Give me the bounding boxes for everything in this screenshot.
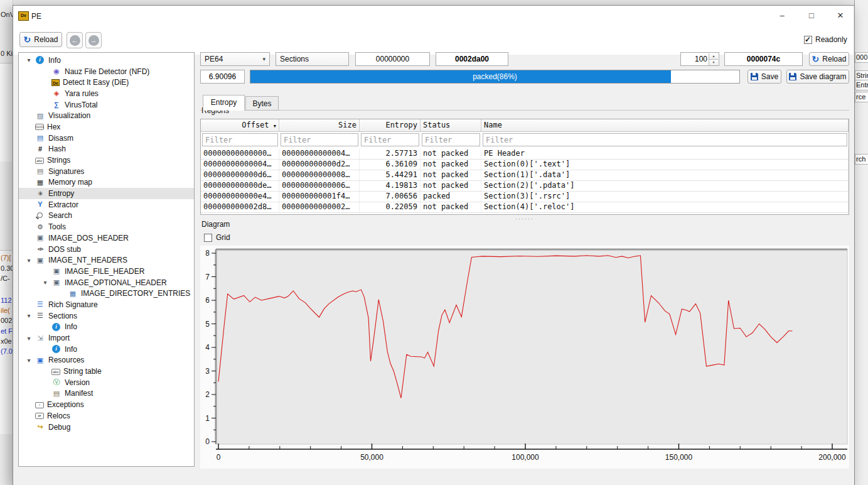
- regions-table[interactable]: Offset ▼SizeEntropyStatusName00000000000…: [200, 119, 849, 215]
- cell-size: 00000000000002…: [279, 202, 360, 212]
- sidebar-item-exceptions[interactable]: !Exceptions: [19, 399, 194, 410]
- filter-input-offset[interactable]: [202, 133, 278, 146]
- total-entropy-field[interactable]: [200, 70, 245, 84]
- size-input[interactable]: [439, 55, 505, 63]
- sidebar-item-visualization[interactable]: ▨Visualization: [19, 110, 194, 121]
- sidebar-item-rich-signature[interactable]: ☰Rich Signature: [19, 299, 194, 310]
- sidebar-item-version[interactable]: ⓥVersion: [19, 377, 194, 388]
- sidebar-item-tools[interactable]: ⚙Tools: [19, 221, 194, 232]
- filter-input-size[interactable]: [281, 133, 358, 146]
- grid-checkbox[interactable]: Grid: [204, 233, 230, 242]
- sidebar-item-info[interactable]: iInfo: [19, 344, 194, 355]
- sidebar-item-memory-map[interactable]: ▦Memory map: [19, 177, 194, 188]
- sidebar-item-strings[interactable]: abcStrings: [19, 155, 194, 166]
- sidebar-item-dos-stub[interactable]: </>DOS stub: [19, 244, 194, 255]
- sidebar-item-resources[interactable]: ▾▣Resources: [19, 355, 194, 366]
- forward-button[interactable]: →: [85, 32, 102, 48]
- count-spinbox[interactable]: ▲ ▼: [680, 52, 719, 66]
- table-row[interactable]: 00000000000004…000000000000d2…6.36109not…: [201, 160, 849, 170]
- cell-name: Section(1)['.data']: [481, 170, 849, 180]
- sidebar-item-image-optional-header[interactable]: ▾▣IMAGE_OPTIONAL_HEADER: [19, 277, 194, 288]
- sidebar-item-sections[interactable]: ▾☰Sections: [19, 310, 194, 322]
- splitter-handle[interactable]: ······: [200, 215, 849, 222]
- sidebar-item-yara-rules[interactable]: ◈Yara rules: [19, 88, 194, 99]
- sidebar-item-image-directory-entries[interactable]: ▦IMAGE_DIRECTORY_ENTRIES: [19, 288, 194, 299]
- readonly-checkbox-box[interactable]: [804, 36, 812, 44]
- sidebar-item-string-table[interactable]: abcString table: [19, 366, 194, 377]
- sidebar-item-hex[interactable]: 0101Hex: [19, 121, 194, 133]
- expand-arrow-icon[interactable]: ▾: [23, 357, 35, 364]
- column-header-entropy[interactable]: Entropy: [360, 119, 421, 131]
- offset-input[interactable]: [358, 55, 427, 63]
- filter-input-name[interactable]: [483, 133, 847, 146]
- sidebar-item-info[interactable]: ▾iInfo: [19, 55, 194, 66]
- svg-text:200,000: 200,000: [818, 453, 846, 462]
- reload-button[interactable]: ↻ Reload: [19, 32, 62, 47]
- sidebar-item-import[interactable]: ▾⇲Import: [19, 332, 194, 344]
- cell-offset: 000000000002d8…: [201, 202, 279, 212]
- count-input[interactable]: [683, 55, 707, 63]
- total-entropy-input[interactable]: [203, 72, 242, 81]
- readonly-checkbox[interactable]: Readonly: [804, 35, 847, 44]
- sidebar-item-image-dos-header[interactable]: ▣IMAGE_DOS_HEADER: [19, 232, 194, 244]
- maximize-button[interactable]: □: [798, 6, 825, 26]
- sidebar-item-relocs[interactable]: ⇄Relocs: [19, 410, 194, 422]
- scope-combo[interactable]: Sections: [276, 52, 349, 66]
- search-icon: [35, 212, 45, 220]
- sidebar-item-detect-it-easy-die[interactable]: DeDetect It Easy (DiE): [19, 77, 194, 88]
- sidebar-item-info[interactable]: iInfo: [19, 322, 194, 333]
- filter-input-status[interactable]: [422, 133, 480, 146]
- chevron-down-icon: ▾: [262, 56, 265, 62]
- save-diagram-icon: [789, 73, 796, 80]
- sidebar-item-hash[interactable]: #Hash: [19, 144, 194, 155]
- spin-down-icon[interactable]: ▼: [709, 60, 718, 65]
- column-header-offset[interactable]: Offset ▼: [201, 119, 279, 131]
- column-header-status[interactable]: Status: [421, 119, 481, 131]
- sidebar-item-extractor[interactable]: YExtractor: [19, 199, 194, 210]
- table-row[interactable]: 000000000002d8…00000000000002…0.22059not…: [201, 202, 849, 213]
- save-button[interactable]: Save: [747, 70, 781, 84]
- sidebar-item-image-file-header[interactable]: ▣IMAGE_FILE_HEADER: [19, 266, 194, 277]
- sidebar-item-label: IMAGE_NT_HEADERS: [48, 256, 127, 264]
- table-row[interactable]: 00000000000000…00000000000004…2.57713not…: [201, 149, 849, 160]
- titlebar[interactable]: De PE – □ ✕: [13, 6, 853, 26]
- sidebar-item-entropy[interactable]: ✳Entropy: [19, 188, 194, 199]
- sidebar-item-nauz-file-detector-nfd[interactable]: ◉Nauz File Detector (NFD): [19, 66, 194, 77]
- expand-arrow-icon[interactable]: ▾: [23, 257, 35, 264]
- sidebar-item-label: Version: [65, 378, 90, 387]
- param-input[interactable]: [727, 55, 800, 63]
- expand-arrow-icon[interactable]: ▾: [39, 279, 51, 286]
- back-icon: ←: [70, 35, 80, 46]
- size-field[interactable]: [436, 52, 508, 66]
- tab-bytes[interactable]: Bytes: [245, 96, 279, 111]
- table-row[interactable]: 000000000000de…00000000000006…4.19813not…: [201, 181, 849, 192]
- spin-up-icon[interactable]: ▲: [709, 53, 718, 60]
- sidebar-item-image-nt-headers[interactable]: ▾▣IMAGE_NT_HEADERS: [19, 254, 194, 266]
- table-row[interactable]: 000000000000e4…000000000001f4…7.00656pac…: [201, 192, 849, 202]
- param-field[interactable]: [724, 52, 803, 66]
- format-combo[interactable]: PE64 ▾: [200, 52, 270, 66]
- sidebar-item-virustotal[interactable]: ∑VirusTotal: [19, 99, 194, 111]
- minimize-button[interactable]: –: [768, 6, 796, 26]
- filter-input-entropy[interactable]: [361, 133, 419, 146]
- sidebar-item-signatures[interactable]: ▤Signatures: [19, 166, 194, 177]
- column-header-name[interactable]: Name: [481, 119, 849, 131]
- tab-entropy[interactable]: Entropy: [203, 95, 245, 111]
- save-diagram-button[interactable]: Save diagram: [786, 70, 849, 84]
- offset-field[interactable]: [355, 52, 430, 66]
- expand-arrow-icon[interactable]: ▾: [23, 312, 35, 319]
- sidebar-item-search[interactable]: Search: [19, 210, 194, 222]
- sidebar-item-debug[interactable]: ↪Debug: [19, 422, 194, 433]
- sidebar-item-manifest[interactable]: ▤Manifest: [19, 388, 194, 400]
- cell-status: packed: [421, 192, 481, 202]
- sidebar-item-disasm[interactable]: ▤Disasm: [19, 133, 194, 144]
- close-button[interactable]: ✕: [827, 6, 854, 26]
- back-button[interactable]: ←: [67, 32, 83, 48]
- expand-arrow-icon[interactable]: ▾: [23, 57, 35, 63]
- table-row[interactable]: 000000000000d6…00000000000008…5.44291not…: [201, 170, 849, 181]
- column-header-size[interactable]: Size: [279, 119, 360, 131]
- expand-arrow-icon[interactable]: ▾: [23, 335, 35, 342]
- grid-checkbox-box[interactable]: [204, 234, 212, 242]
- sidebar-tree[interactable]: ▾iInfo◉Nauz File Detector (NFD)DeDetect …: [18, 52, 195, 467]
- reload-secondary-button[interactable]: ↻ Reload: [809, 52, 849, 66]
